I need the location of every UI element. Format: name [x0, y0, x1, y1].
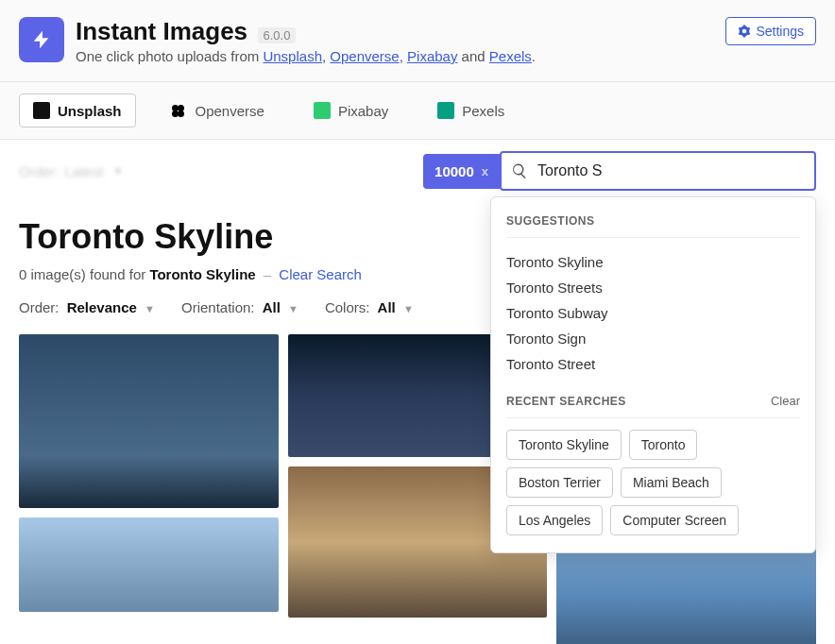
header-text: Instant Images 6.0.0 One click photo upl… [76, 17, 536, 64]
filter-label: Order: [19, 299, 60, 315]
pixabay-icon [314, 102, 331, 119]
chevron-down-icon: ▼ [145, 303, 155, 314]
tab-label: Pixabay [338, 103, 388, 119]
results-prefix: 0 image(s) found for [19, 266, 149, 282]
recent-pill[interactable]: Miami Beach [621, 467, 722, 498]
recent-pill[interactable]: Toronto [629, 430, 698, 460]
filter-value: All [263, 299, 281, 315]
recent-heading-row: RECENT SEARCHES Clear [506, 394, 800, 418]
suggestion-item[interactable]: Toronto Streets [506, 275, 800, 300]
order-label: Order: [19, 163, 60, 179]
suggestion-item[interactable]: Toronto Skyline [506, 249, 800, 275]
separator: – [264, 266, 271, 282]
image-thumbnail[interactable] [19, 334, 279, 508]
link-unsplash[interactable]: Unsplash [263, 48, 322, 64]
app-logo [19, 17, 64, 62]
recent-pill[interactable]: Los Angeles [506, 505, 603, 535]
pexels-icon [437, 102, 454, 119]
search-icon [511, 162, 528, 179]
tab-label: Pexels [462, 103, 504, 119]
suggestions-heading: SUGGESTIONS [506, 214, 800, 238]
order-filter-blurred: Order: Latest ▼ [19, 163, 123, 179]
order-value: Latest [65, 163, 104, 179]
results-term: Toronto Skyline [149, 266, 255, 282]
suggestion-item[interactable]: Toronto Subway [506, 300, 800, 326]
lightning-icon [31, 29, 52, 50]
unsplash-icon [33, 102, 50, 119]
subtitle-prefix: One click photo uploads from [76, 48, 263, 64]
recent-pill[interactable]: Boston Terrier [506, 467, 613, 498]
result-count-pill: 10000 x [423, 154, 500, 189]
chevron-down-icon: ▼ [288, 303, 298, 314]
link-pexels[interactable]: Pexels [489, 48, 532, 64]
tab-label: Openverse [196, 103, 264, 119]
image-thumbnail[interactable] [19, 517, 279, 612]
search-wrap: SUGGESTIONS Toronto Skyline Toronto Stre… [500, 151, 816, 191]
header: Instant Images 6.0.0 One click photo upl… [0, 0, 835, 82]
recent-heading: RECENT SEARCHES [506, 395, 626, 408]
app-title: Instant Images [76, 17, 247, 46]
provider-tabs: Unsplash Openverse Pixabay Pexels [0, 82, 835, 140]
orientation-filter[interactable]: Orientation: All ▼ [181, 299, 298, 315]
filter-label: Colors: [325, 299, 370, 315]
tab-pixabay[interactable]: Pixabay [300, 93, 401, 127]
count-value: 10000 [435, 163, 474, 179]
tab-label: Unsplash [58, 103, 122, 119]
clear-count-icon[interactable]: x [482, 164, 488, 178]
chevron-down-icon: ▼ [112, 165, 123, 177]
settings-label: Settings [756, 24, 804, 39]
openverse-icon [172, 105, 179, 111]
link-pixabay[interactable]: Pixabay [407, 48, 457, 64]
chevron-down-icon: ▼ [403, 303, 414, 314]
clear-recent-button[interactable]: Clear [771, 394, 800, 408]
recent-pill[interactable]: Computer Screen [610, 505, 739, 535]
clear-search-link[interactable]: Clear Search [279, 266, 362, 282]
tab-openverse[interactable]: Openverse [159, 93, 278, 127]
recent-pill[interactable]: Toronto Skyline [506, 430, 622, 460]
suggestion-item[interactable]: Toronto Sign [506, 326, 800, 351]
filter-value: All [378, 299, 396, 315]
version-badge: 6.0.0 [258, 27, 297, 43]
order-filter[interactable]: Order: Relevance ▼ [19, 299, 155, 315]
subtitle: One click photo uploads from Unsplash, O… [76, 48, 536, 64]
recent-list: Toronto Skyline Toronto Boston Terrier M… [506, 430, 800, 535]
toolbar: Order: Latest ▼ 10000 x SUGGESTIONS Toro… [0, 140, 835, 202]
suggestion-item[interactable]: Toronto Street [506, 351, 800, 377]
filter-label: Orientation: [181, 299, 255, 315]
subtitle-and: and [457, 48, 488, 64]
settings-button[interactable]: Settings [725, 17, 816, 45]
filter-value: Relevance [67, 299, 137, 315]
link-openverse[interactable]: Openverse [330, 48, 399, 64]
search-box[interactable] [500, 151, 816, 191]
toolbar-right: 10000 x SUGGESTIONS Toronto Skyline Toro… [423, 151, 816, 191]
tab-pexels[interactable]: Pexels [424, 93, 518, 127]
colors-filter[interactable]: Colors: All ▼ [325, 299, 414, 315]
tab-unsplash[interactable]: Unsplash [19, 93, 136, 127]
header-left: Instant Images 6.0.0 One click photo upl… [19, 17, 536, 64]
search-dropdown: SUGGESTIONS Toronto Skyline Toronto Stre… [490, 196, 816, 553]
gear-icon [738, 25, 751, 38]
search-input[interactable] [537, 162, 805, 179]
